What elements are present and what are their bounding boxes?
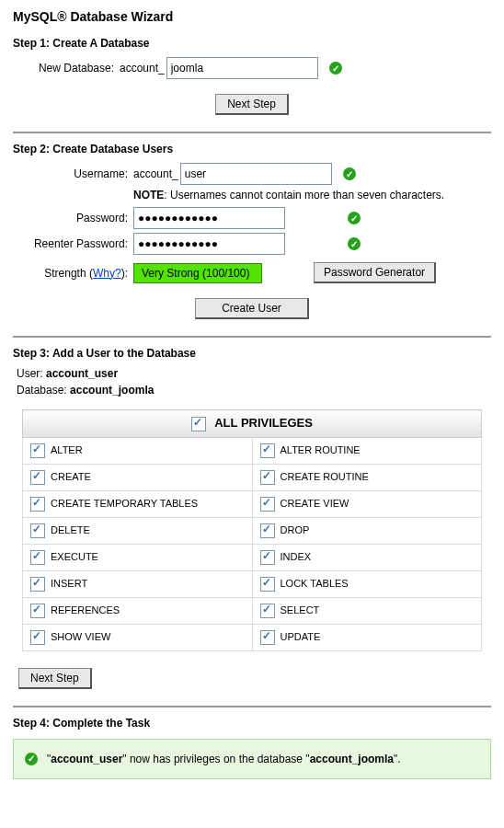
privilege-cell[interactable]: ALTER ROUTINE bbox=[252, 437, 482, 464]
user-info: User: account_user bbox=[17, 367, 491, 380]
privilege-checkbox[interactable] bbox=[260, 577, 275, 592]
username-label: Username: bbox=[13, 167, 133, 180]
privilege-checkbox[interactable] bbox=[30, 470, 45, 485]
privilege-cell[interactable]: CREATE TEMPORARY TABLES bbox=[23, 490, 253, 517]
privilege-label: LOCK TABLES bbox=[281, 577, 349, 588]
privilege-cell[interactable]: INSERT bbox=[23, 570, 253, 597]
password-label: Password: bbox=[13, 212, 133, 224]
new-database-label: New Database: bbox=[22, 62, 120, 75]
privileges-table: ALL PRIVILEGES ALTERALTER ROUTINECREATEC… bbox=[22, 409, 482, 651]
username-prefix: account_ bbox=[133, 167, 180, 180]
privilege-label: UPDATE bbox=[281, 630, 321, 641]
username-note: NOTE: Usernames cannot contain more than… bbox=[133, 189, 491, 201]
privilege-checkbox[interactable] bbox=[30, 497, 45, 512]
privilege-cell[interactable]: LOCK TABLES bbox=[252, 570, 482, 597]
privilege-label: SHOW VIEW bbox=[51, 630, 110, 641]
all-privileges-header[interactable]: ALL PRIVILEGES bbox=[23, 410, 482, 438]
privilege-label: CREATE VIEW bbox=[281, 497, 349, 508]
db-prefix: account_ bbox=[120, 62, 166, 75]
check-icon bbox=[25, 753, 38, 765]
new-database-input[interactable] bbox=[166, 57, 318, 79]
reenter-password-input[interactable] bbox=[133, 233, 285, 255]
privilege-cell[interactable]: SHOW VIEW bbox=[23, 624, 253, 650]
privilege-checkbox[interactable] bbox=[30, 443, 45, 458]
privilege-label: DROP bbox=[281, 523, 310, 535]
privilege-cell[interactable]: UPDATE bbox=[252, 624, 482, 650]
success-message: "account_user" now has privileges on the… bbox=[13, 739, 491, 779]
privilege-checkbox[interactable] bbox=[260, 550, 275, 565]
reenter-password-label: Reenter Password: bbox=[13, 237, 133, 250]
strength-label: Strength (Why?): bbox=[13, 267, 133, 280]
privilege-cell[interactable]: CREATE VIEW bbox=[252, 490, 482, 517]
privilege-label: INSERT bbox=[51, 577, 87, 588]
privilege-cell[interactable]: SELECT bbox=[252, 597, 482, 624]
step2-heading: Step 2: Create Database Users bbox=[13, 143, 491, 155]
privilege-checkbox[interactable] bbox=[260, 470, 275, 485]
privilege-checkbox[interactable] bbox=[30, 630, 45, 645]
privilege-checkbox[interactable] bbox=[30, 604, 45, 618]
all-privileges-checkbox[interactable] bbox=[191, 417, 206, 431]
database-info: Database: account_joomla bbox=[17, 384, 491, 397]
privilege-checkbox[interactable] bbox=[260, 630, 275, 645]
step3-heading: Step 3: Add a User to the Database bbox=[13, 347, 491, 360]
page-title: MySQL® Database Wizard bbox=[13, 9, 491, 24]
next-step-button[interactable]: Next Step bbox=[18, 668, 92, 689]
privilege-checkbox[interactable] bbox=[30, 577, 45, 592]
privilege-cell[interactable]: EXECUTE bbox=[23, 544, 253, 570]
password-strength-indicator: Very Strong (100/100) bbox=[133, 263, 262, 283]
privilege-checkbox[interactable] bbox=[30, 523, 45, 538]
privilege-label: INDEX bbox=[281, 550, 312, 561]
privilege-cell[interactable]: INDEX bbox=[252, 544, 482, 570]
step1-heading: Step 1: Create A Database bbox=[13, 37, 491, 50]
check-icon bbox=[343, 167, 356, 180]
password-input[interactable] bbox=[133, 207, 285, 229]
step4-heading: Step 4: Complete the Task bbox=[13, 717, 491, 730]
password-generator-button[interactable]: Password Generator bbox=[314, 262, 436, 283]
privilege-checkbox[interactable] bbox=[260, 443, 275, 458]
privilege-label: EXECUTE bbox=[51, 550, 98, 561]
privilege-cell[interactable]: CREATE ROUTINE bbox=[252, 464, 482, 490]
privilege-cell[interactable]: DROP bbox=[252, 517, 482, 544]
create-user-button[interactable]: Create User bbox=[195, 298, 309, 319]
privilege-label: SELECT bbox=[281, 604, 320, 615]
privilege-cell[interactable]: CREATE bbox=[23, 464, 253, 490]
privilege-label: CREATE bbox=[51, 470, 91, 481]
check-icon bbox=[329, 62, 342, 75]
privilege-cell[interactable]: ALTER bbox=[23, 437, 253, 464]
next-step-button[interactable]: Next Step bbox=[215, 94, 289, 115]
privilege-label: DELETE bbox=[51, 523, 90, 535]
privilege-cell[interactable]: REFERENCES bbox=[23, 597, 253, 624]
privilege-label: ALTER ROUTINE bbox=[281, 443, 361, 454]
privilege-label: CREATE ROUTINE bbox=[281, 470, 369, 481]
privilege-label: REFERENCES bbox=[51, 604, 120, 615]
username-input[interactable] bbox=[180, 163, 332, 185]
privilege-label: ALTER bbox=[51, 443, 83, 454]
privilege-checkbox[interactable] bbox=[260, 523, 275, 538]
check-icon bbox=[348, 212, 361, 224]
privilege-checkbox[interactable] bbox=[260, 604, 275, 618]
privilege-checkbox[interactable] bbox=[260, 497, 275, 512]
privilege-cell[interactable]: DELETE bbox=[23, 517, 253, 544]
check-icon bbox=[348, 237, 361, 250]
privilege-label: CREATE TEMPORARY TABLES bbox=[51, 497, 198, 508]
privilege-checkbox[interactable] bbox=[30, 550, 45, 565]
strength-why-link[interactable]: Why? bbox=[93, 267, 121, 280]
